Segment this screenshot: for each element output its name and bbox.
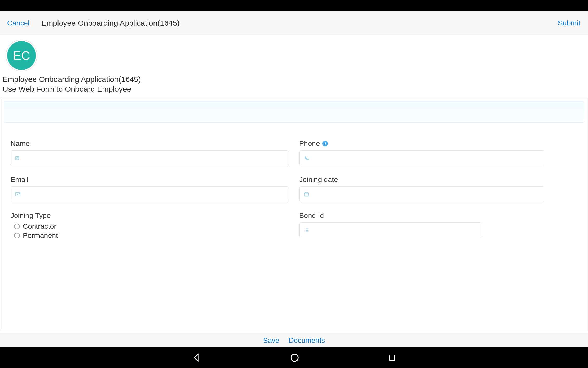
- name-label: Name: [11, 140, 289, 148]
- cancel-button[interactable]: Cancel: [7, 19, 30, 27]
- mail-icon: [14, 191, 21, 198]
- save-button[interactable]: Save: [263, 336, 279, 345]
- joining-type-label: Joining Type: [11, 211, 289, 220]
- joining-date-input[interactable]: [310, 190, 540, 198]
- page-title: Employee Onboarding Application(1645): [41, 19, 180, 27]
- phone-label: Phone: [299, 140, 320, 148]
- submit-button[interactable]: Submit: [558, 19, 580, 27]
- field-joining-date: Joining date: [299, 176, 578, 202]
- form-col-left: Name Email: [11, 140, 289, 249]
- list-icon: [303, 227, 310, 234]
- phone-input-wrap[interactable]: [299, 150, 544, 166]
- nav-back-button[interactable]: [192, 353, 202, 363]
- avatar-wrap: EC: [6, 40, 37, 71]
- joining-date-input-wrap[interactable]: [299, 186, 544, 202]
- bond-id-label: Bond Id: [299, 211, 578, 220]
- svg-point-3: [291, 354, 298, 361]
- form-card: Name Email: [1, 97, 587, 331]
- app-header: Cancel Employee Onboarding Application(1…: [0, 11, 588, 35]
- field-email: Email: [11, 176, 289, 202]
- email-input[interactable]: [21, 190, 285, 198]
- phone-input[interactable]: [310, 154, 540, 162]
- nav-home-button[interactable]: [289, 352, 300, 363]
- bottom-action-bar: Save Documents: [0, 333, 588, 347]
- email-input-wrap[interactable]: [11, 186, 289, 202]
- phone-label-row: Phone i: [299, 140, 578, 148]
- bond-id-input-wrap[interactable]: [299, 222, 481, 238]
- radio-contractor[interactable]: Contractor: [14, 222, 289, 231]
- calendar-icon: [303, 191, 310, 198]
- svg-rect-4: [389, 355, 394, 361]
- device-status-bar: [0, 0, 588, 11]
- joining-date-label: Joining date: [299, 176, 578, 184]
- documents-button[interactable]: Documents: [289, 336, 325, 345]
- name-input-wrap[interactable]: [11, 150, 289, 166]
- form-col-right: Phone i Joining date: [299, 140, 578, 249]
- field-phone: Phone i: [299, 140, 578, 166]
- svg-rect-2: [304, 193, 308, 196]
- avatar: EC: [7, 41, 36, 70]
- nav-recent-button[interactable]: [387, 353, 397, 362]
- field-bond-id: Bond Id: [299, 211, 578, 238]
- field-joining-type: Joining Type Contractor Permanent: [11, 211, 289, 240]
- name-input[interactable]: [21, 154, 285, 162]
- radio-dot-permanent[interactable]: [14, 233, 20, 238]
- bond-id-input[interactable]: [310, 226, 478, 234]
- profile-block: EC Employee Onboarding Application(1645)…: [0, 35, 588, 94]
- android-nav-bar: [0, 347, 588, 368]
- info-banner: [4, 101, 584, 123]
- radio-label-permanent: Permanent: [23, 232, 58, 240]
- field-name: Name: [11, 140, 289, 166]
- profile-subtitle: Use Web Form to Onboard Employee: [3, 85, 585, 94]
- edit-icon: [14, 155, 21, 162]
- form-grid: Name Email: [4, 140, 584, 249]
- profile-title: Employee Onboarding Application(1645): [3, 75, 585, 84]
- radio-label-contractor: Contractor: [23, 222, 56, 231]
- joining-type-radio-group: Contractor Permanent: [11, 222, 289, 240]
- email-label: Email: [11, 176, 289, 184]
- info-icon[interactable]: i: [322, 141, 328, 146]
- radio-permanent[interactable]: Permanent: [14, 232, 289, 240]
- radio-dot-contractor[interactable]: [14, 224, 20, 229]
- phone-icon: [303, 155, 310, 162]
